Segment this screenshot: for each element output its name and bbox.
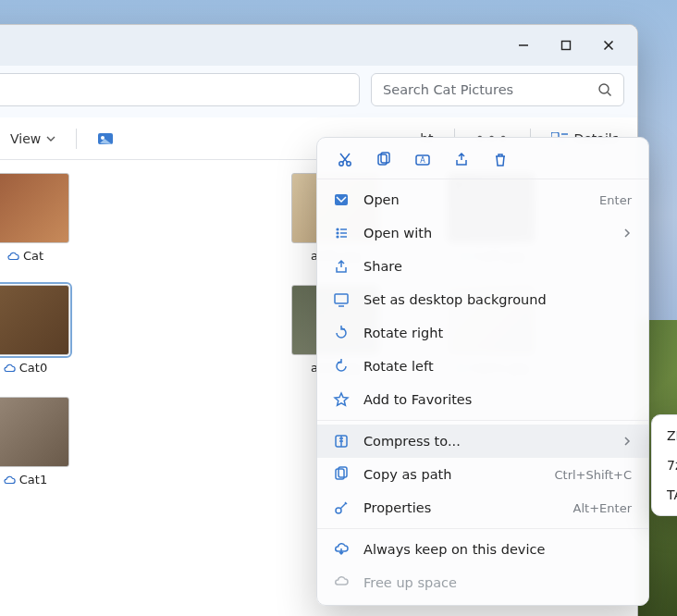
context-menu-label: Set as desktop background [363,292,632,307]
search-placeholder: Search Cat Pictures [383,82,513,97]
chevron-right-icon [622,228,632,238]
rename-icon[interactable]: A [413,151,432,169]
svg-point-4 [599,84,609,93]
address-bar[interactable]: Pictures [0,73,360,106]
context-menu-item[interactable]: Copy as pathCtrl+Shift+C [317,458,648,491]
context-menu-label: Copy as path [363,467,541,482]
file-name: Cat1 [19,473,47,487]
delete-icon[interactable] [491,151,510,169]
submenu-item-tar[interactable]: TAR File [652,480,677,510]
thumbnail-image [0,173,69,243]
rotr-icon [332,324,351,342]
context-menu-label: Properties [363,500,560,515]
close-button[interactable] [587,31,630,60]
file-item[interactable]: Cat [0,173,90,263]
svg-rect-27 [335,294,348,303]
search-input[interactable]: Search Cat Pictures [371,73,624,106]
context-menu-item[interactable]: Rotate left [317,350,648,383]
submenu-item-7z[interactable]: 7z File [652,450,677,480]
thumbnail-image [0,285,69,355]
context-menu-label: Always keep on this device [363,542,632,557]
context-menu-item[interactable]: Always keep on this device [317,533,648,566]
context-menu-shortcut: Enter [599,193,632,207]
file-name: Cat0 [19,361,47,375]
context-menu-label: Open with [363,226,609,240]
context-menu-separator [317,420,648,421]
svg-rect-1 [562,42,571,50]
svg-point-21 [336,228,338,230]
svg-point-7 [101,136,105,140]
maximize-button[interactable] [545,31,587,60]
context-menu-label: Rotate right [363,326,632,340]
submenu-label: TAR File [667,487,677,502]
svg-point-22 [336,231,338,234]
context-menu-item[interactable]: PropertiesAlt+Enter [317,491,648,524]
svg-rect-20 [335,194,348,205]
chevron-right-icon [622,437,632,446]
share-icon[interactable] [452,151,471,169]
context-menu-item: Free up space [317,566,648,599]
thumbnail-image [0,397,69,467]
context-menu-label: Compress to... [363,434,609,449]
context-menu-item[interactable]: OpenEnter [317,183,648,216]
keep-icon [332,540,351,559]
address-row: Pictures Search Cat Pictures [0,66,637,117]
context-menu: A OpenEnterOpen withShareSet as desktop … [316,137,649,606]
submenu-item-zip[interactable]: ZIP File [652,421,677,450]
context-menu-item[interactable]: Share [317,250,648,283]
context-menu-item[interactable]: Open with [317,216,648,250]
titlebar [0,25,637,66]
copy-icon [332,465,351,484]
context-menu-label: Open [363,192,586,207]
context-menu-shortcut: Ctrl+Shift+C [554,468,632,482]
rotl-icon [332,357,351,376]
context-menu-item[interactable]: Compress to... [317,425,648,458]
zip-icon [332,432,351,450]
chevron-down-icon [46,134,55,143]
separator [76,129,77,149]
copy-icon[interactable] [375,151,393,169]
svg-line-5 [608,92,611,96]
minimize-button[interactable] [502,31,545,60]
file-item[interactable]: Cat1 [0,397,90,487]
context-menu-quick-actions: A [317,145,648,179]
svg-point-23 [336,235,338,238]
open-icon [332,191,351,209]
context-menu-separator [317,528,648,529]
cut-icon[interactable] [336,151,354,169]
file-name: Cat [23,249,43,263]
view-dropdown[interactable]: View [3,128,63,150]
context-menu-label: Free up space [363,575,632,590]
image-tool-icon[interactable] [90,127,121,151]
context-menu-item[interactable]: Add to Favorites [317,383,648,416]
compress-submenu: ZIP File 7z File TAR File [651,414,677,516]
search-icon [597,82,612,97]
svg-text:A: A [420,156,425,165]
cloud-icon [3,474,16,487]
file-item-selected[interactable]: Cat0 [0,285,90,375]
context-menu-shortcut: Alt+Enter [573,501,632,515]
openw-icon [332,224,351,242]
free-icon [332,573,351,592]
prop-icon [332,499,351,517]
submenu-label: ZIP File [667,428,677,443]
submenu-label: 7z File [667,458,677,473]
fav-icon [332,390,351,409]
view-label: View [10,131,41,146]
context-menu-label: Add to Favorites [363,392,632,407]
desk-icon [332,290,351,309]
cloud-icon [3,362,16,375]
context-menu-label: Share [363,259,632,274]
context-menu-item[interactable]: Rotate right [317,316,648,350]
share-icon [332,257,351,276]
context-menu-label: Rotate left [363,359,632,374]
cloud-icon [6,250,19,263]
context-menu-item[interactable]: Set as desktop background [317,283,648,316]
